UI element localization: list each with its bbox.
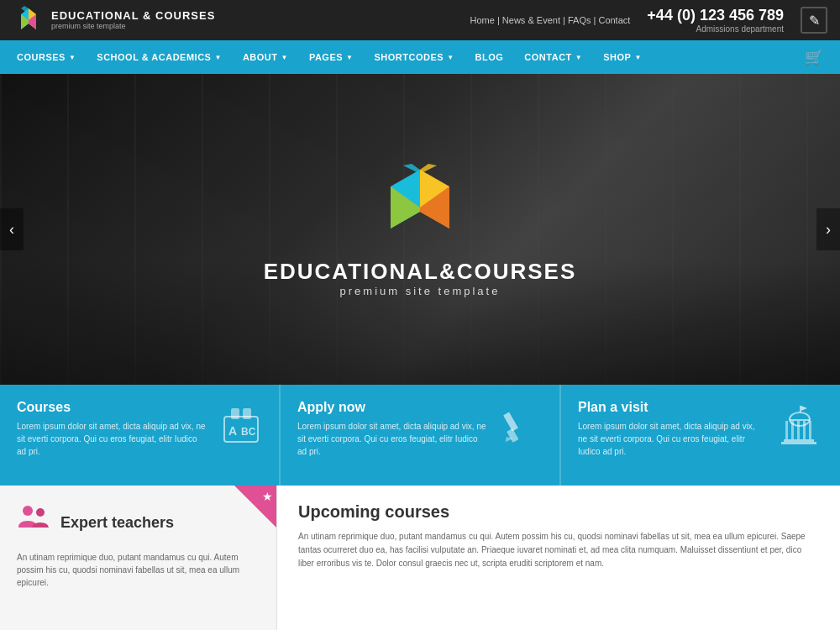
courses-box-desc: Lorem ipsum dolor sit amet, dicta aliqui…: [17, 420, 207, 458]
contact-arrow: ▼: [575, 54, 582, 61]
svg-marker-20: [801, 406, 808, 411]
upcoming-title: Upcoming courses: [298, 502, 819, 522]
svg-rect-19: [800, 406, 801, 412]
nav-school-academics[interactable]: SCHOOL & ACADEMICS ▼: [88, 40, 230, 74]
svg-rect-25: [797, 421, 800, 439]
upcoming-text: An utinam reprimique duo, putant mandamu…: [298, 530, 819, 570]
pencil-icon: [501, 404, 543, 446]
svg-point-30: [23, 506, 33, 516]
expert-title: Expert teachers: [60, 514, 174, 532]
nav-bar: COURSES ▼ SCHOOL & ACADEMICS ▼ ABOUT ▼ P…: [0, 40, 840, 74]
svg-rect-24: [791, 421, 794, 439]
apply-box-desc: Lorem ipsum dolor sit amet, dicta aliqui…: [297, 420, 488, 458]
apply-box-icon: [501, 404, 543, 454]
cart-icon[interactable]: 🛒: [796, 48, 832, 66]
hero-prev-button[interactable]: ‹: [0, 208, 24, 250]
logo-text: EDUCATIONAL & COURSES premium site templ…: [51, 9, 215, 31]
abc-icon: A BC: [220, 404, 262, 446]
apply-box: Apply now Lorem ipsum dolor sit amet, di…: [279, 385, 559, 486]
nav-courses[interactable]: COURSES ▼: [8, 40, 84, 74]
courses-box: Courses Lorem ipsum dolor sit amet, dict…: [0, 385, 279, 486]
apply-box-text: Apply now Lorem ipsum dolor sit amet, di…: [297, 400, 488, 458]
courses-arrow: ▼: [69, 54, 76, 61]
expert-text: An utinam reprimique duo, putant mandamu…: [17, 551, 260, 589]
building-icon: [777, 404, 823, 446]
news-link[interactable]: News & Event: [502, 15, 560, 25]
upcoming-panel: Upcoming courses An utinam reprimique du…: [277, 486, 840, 630]
courses-box-icon: A BC: [220, 404, 262, 454]
visit-box-title: Plan a visit: [578, 400, 764, 415]
hero-book-icon: [370, 161, 470, 245]
svg-rect-26: [803, 421, 806, 439]
visit-box-desc: Lorem ipsum dolor sit amet, dicta aliqui…: [578, 420, 764, 458]
expert-badge-star: ★: [262, 490, 273, 503]
expert-panel: ★ Expert teachers An utinam reprimique d…: [0, 486, 277, 630]
logo-icon: [13, 4, 45, 36]
courses-box-title: Courses: [17, 400, 207, 415]
top-bar: EDUCATIONAL & COURSES premium site templ…: [0, 0, 840, 40]
svg-rect-29: [781, 442, 816, 444]
phone-area: +44 (0) 123 456 789 Admissions departmen…: [647, 7, 784, 34]
svg-rect-27: [809, 421, 811, 439]
hero-title: EDUCATIONAL&COURSES: [264, 259, 577, 285]
visit-box-text: Plan a visit Lorem ipsum dolor sit amet,…: [578, 400, 764, 458]
shortcodes-arrow: ▼: [447, 54, 454, 61]
logo-title: EDUCATIONAL & COURSES: [51, 9, 215, 23]
nav-pages[interactable]: PAGES ▼: [301, 40, 362, 74]
contact-link[interactable]: Contact: [598, 15, 630, 25]
svg-rect-28: [784, 439, 814, 442]
courses-box-text: Courses Lorem ipsum dolor sit amet, dict…: [17, 400, 207, 458]
top-links: Home | News & Event | FAQs | Contact: [470, 15, 631, 25]
hero-content: EDUCATIONAL&COURSES premium site templat…: [264, 161, 577, 297]
nav-about[interactable]: ABOUT ▼: [234, 40, 297, 74]
svg-point-31: [36, 508, 45, 517]
phone-number: +44 (0) 123 456 789: [647, 7, 784, 24]
svg-text:A: A: [228, 424, 237, 438]
svg-rect-17: [503, 412, 518, 431]
apply-box-title: Apply now: [297, 400, 488, 415]
svg-text:BC: BC: [241, 426, 256, 438]
teacher-svg-icon: [17, 502, 50, 536]
teacher-icon: [17, 502, 50, 543]
hero-sub: premium site template: [264, 285, 577, 297]
visit-box: Plan a visit Lorem ipsum dolor sit amet,…: [559, 385, 840, 486]
shop-arrow: ▼: [634, 54, 641, 61]
nav-shortcodes[interactable]: SHORTCODES ▼: [366, 40, 463, 74]
expert-header: Expert teachers: [17, 502, 260, 543]
svg-rect-14: [231, 408, 239, 419]
top-nav-right: Home | News & Event | FAQs | Contact +44…: [470, 7, 827, 34]
svg-marker-10: [420, 164, 437, 174]
home-link[interactable]: Home: [470, 15, 495, 25]
svg-rect-15: [243, 408, 251, 419]
faqs-link[interactable]: FAQs: [568, 15, 591, 25]
svg-rect-22: [790, 419, 810, 421]
edit-icon[interactable]: ✎: [801, 7, 827, 34]
svg-marker-9: [403, 164, 420, 174]
hero-next-button[interactable]: ›: [816, 208, 840, 250]
visit-box-icon: [777, 404, 823, 454]
svg-rect-23: [785, 421, 788, 439]
about-arrow: ▼: [281, 54, 287, 61]
hero-section: ‹ EDUCATIONAL&COURSES premium site templ…: [0, 74, 840, 385]
nav-blog[interactable]: BLOG: [467, 40, 512, 74]
nav-shop[interactable]: SHOP ▼: [595, 40, 650, 74]
info-boxes: Courses Lorem ipsum dolor sit amet, dict…: [0, 385, 840, 486]
school-arrow: ▼: [214, 54, 221, 61]
pages-arrow: ▼: [346, 54, 353, 61]
nav-contact[interactable]: CONTACT ▼: [516, 40, 591, 74]
phone-label: Admissions department: [647, 24, 784, 34]
logo-area: EDUCATIONAL & COURSES premium site templ…: [13, 4, 215, 36]
bottom-section: ★ Expert teachers An utinam reprimique d…: [0, 486, 840, 630]
logo-sub: premium site template: [51, 22, 215, 31]
